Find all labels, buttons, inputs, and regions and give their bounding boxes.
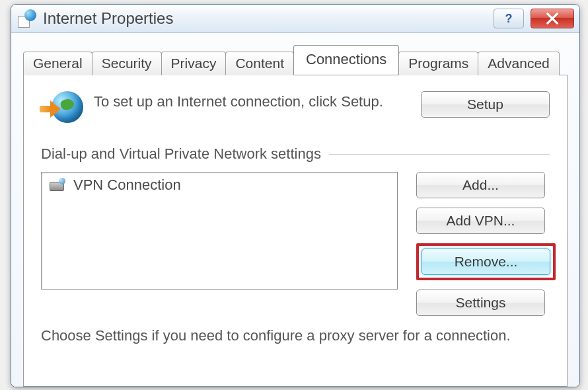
internet-options-icon <box>18 9 36 28</box>
window-title: Internet Properties <box>43 9 173 28</box>
close-button[interactable] <box>531 9 574 28</box>
tab-strip: General Security Privacy Content Connect… <box>23 45 568 75</box>
add-button[interactable]: Add... <box>416 172 545 198</box>
setup-hint-text: To set up an Internet connection, click … <box>94 91 408 112</box>
settings-hint-text: Choose Settings if you need to configure… <box>41 327 550 346</box>
remove-highlight: Remove... <box>416 243 556 280</box>
tab-content[interactable]: Content <box>225 52 294 75</box>
connection-icon <box>48 178 67 192</box>
list-item[interactable]: VPN Connection <box>42 173 397 198</box>
tab-general[interactable]: General <box>23 52 92 75</box>
client-area: General Security Privacy Content Connect… <box>11 33 579 387</box>
tab-programs[interactable]: Programs <box>398 52 478 75</box>
settings-button[interactable]: Settings <box>416 290 545 316</box>
tab-connections[interactable]: Connections <box>293 45 399 75</box>
remove-button[interactable]: Remove... <box>422 249 550 275</box>
dialup-group-body: VPN Connection Add... Add VPN... Remove.… <box>41 172 550 325</box>
dialup-group-header: Dial-up and Virtual Private Network sett… <box>41 145 550 163</box>
tab-security[interactable]: Security <box>92 52 162 75</box>
help-button[interactable]: ? <box>494 9 524 28</box>
globe-arrow-icon <box>41 91 85 128</box>
tab-privacy[interactable]: Privacy <box>161 52 227 75</box>
dialup-group-label: Dial-up and Virtual Private Network sett… <box>41 145 321 163</box>
setup-button[interactable]: Setup <box>421 91 550 118</box>
connections-listbox[interactable]: VPN Connection <box>41 172 398 290</box>
add-vpn-button[interactable]: Add VPN... <box>416 208 545 234</box>
setup-row: To set up an Internet connection, click … <box>41 91 550 128</box>
close-icon <box>546 13 558 24</box>
internet-properties-dialog: Internet Properties ? General Security P… <box>11 4 580 387</box>
connections-tab-page: To set up an Internet connection, click … <box>23 75 568 387</box>
titlebar: Internet Properties ? <box>11 5 579 33</box>
connection-buttons: Add... Add VPN... Remove... Settings <box>416 172 556 325</box>
connection-name: VPN Connection <box>73 176 181 194</box>
tab-advanced[interactable]: Advanced <box>478 52 559 75</box>
divider <box>329 154 550 155</box>
settings-hint-row: Choose Settings if you need to configure… <box>41 327 550 346</box>
